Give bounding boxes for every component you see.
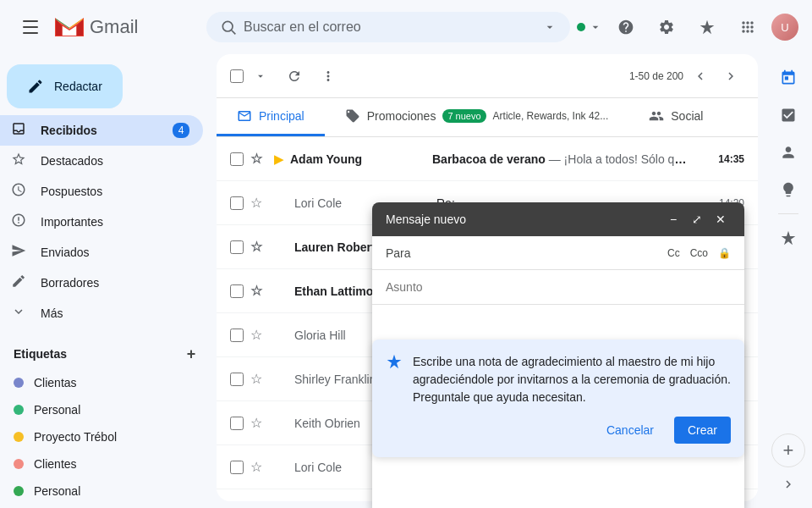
ai-suggestion-text: Escribe una nota de agradecimiento al ma…: [413, 353, 731, 406]
important-icon: [10, 213, 27, 231]
email-checkbox[interactable]: [230, 152, 244, 166]
star-button[interactable]: ☆: [250, 371, 267, 388]
compose-header[interactable]: Mensaje nuevo − ⤢ ✕: [372, 202, 744, 236]
tab-principal-label: Principal: [259, 109, 304, 123]
label-dot-personal1: [14, 405, 24, 415]
tab-promociones-sub: Article, Rewards, Ink 42...: [493, 110, 609, 122]
star-button[interactable]: ☆: [250, 415, 267, 432]
compose-icon: [27, 78, 44, 95]
compose-expand-button[interactable]: ⤢: [687, 209, 707, 229]
ai-suggestion-content: Escribe una nota de agradecimiento al ma…: [386, 353, 731, 406]
star-button[interactable]: ☆: [250, 327, 267, 344]
compose-fields: Para Cc Cco 🔒: [372, 236, 744, 305]
sidebar-item-destacados[interactable]: Destacados: [0, 146, 203, 176]
search-dropdown-icon[interactable]: [543, 20, 557, 34]
star-button[interactable]: ☆: [250, 195, 267, 212]
sidebar-label-destacados: Destacados: [41, 154, 189, 168]
right-icon-calendar[interactable]: [771, 61, 805, 95]
search-icon: [220, 19, 237, 36]
refresh-button[interactable]: [281, 63, 308, 90]
tab-social[interactable]: Social: [628, 98, 723, 136]
pagination-prev-button[interactable]: [687, 63, 714, 90]
compose-to-field: Para Cc Cco 🔒: [372, 236, 744, 270]
sidebar-item-importantes[interactable]: Importantes: [0, 207, 203, 237]
right-sidebar-expand[interactable]: [771, 467, 805, 501]
tab-social-icon: [649, 108, 664, 124]
label-dot-clientas: [14, 378, 24, 388]
compose-to-input[interactable]: [426, 246, 661, 260]
select-all-checkbox[interactable]: [230, 69, 244, 83]
label-proyecto-trebol[interactable]: Proyecto Trébol: [0, 423, 203, 450]
ai-suggestion-panel: Escribe una nota de agradecimiento al ma…: [372, 340, 744, 457]
more-actions-button[interactable]: [315, 63, 342, 90]
compose-close-button[interactable]: ✕: [710, 209, 731, 229]
menu-button[interactable]: [14, 10, 47, 44]
email-subject: Barbacoa de verano: [432, 152, 546, 166]
label-clientas[interactable]: Clientas: [0, 369, 203, 396]
email-tabs: Principal Promociones 7 nuevo Article, R…: [217, 98, 758, 137]
sidebar-item-mas[interactable]: Más: [0, 298, 203, 329]
right-icon-add[interactable]: +: [771, 433, 805, 467]
select-dropdown-button[interactable]: [247, 63, 274, 90]
compose-minimize-button[interactable]: −: [663, 209, 683, 229]
compose-cco-button[interactable]: Cco: [690, 247, 708, 259]
help-button[interactable]: [609, 10, 643, 44]
ai-create-button[interactable]: Crear: [674, 417, 731, 444]
compose-to-label: Para: [386, 246, 420, 260]
compose-cc-cco-buttons: Cc Cco 🔒: [667, 247, 731, 259]
status-dot: [577, 23, 585, 31]
ai-cancel-button[interactable]: Cancelar: [593, 417, 667, 444]
email-checkbox[interactable]: [230, 461, 244, 474]
right-icon-sparkle[interactable]: [771, 221, 805, 255]
star-button[interactable]: ☆: [250, 239, 267, 256]
table-row[interactable]: ☆ ▶ Adam Young Barbacoa de verano — ¡Hol…: [217, 137, 758, 181]
label-proyecto-acme[interactable]: Proyecto Acme: [0, 505, 203, 508]
compose-cc-button[interactable]: Cc: [667, 247, 680, 259]
sidebar-item-enviados[interactable]: Enviados: [0, 237, 203, 268]
tab-social-label: Social: [671, 109, 703, 123]
settings-button[interactable]: [650, 10, 683, 44]
sidebar-item-borradores[interactable]: Borradores: [0, 268, 203, 298]
sparkle-button[interactable]: [690, 10, 724, 44]
gmail-m-icon: [54, 16, 85, 39]
email-checkbox[interactable]: [230, 240, 244, 254]
right-icon-keep[interactable]: [771, 173, 805, 207]
add-label-button[interactable]: +: [179, 342, 203, 366]
avatar[interactable]: U: [771, 14, 798, 41]
compose-subject-input[interactable]: [386, 280, 731, 294]
sidebar-item-pospuestos[interactable]: Pospuestos: [0, 176, 203, 207]
sidebar-item-recibidos[interactable]: Recibidos 4: [0, 115, 203, 146]
important-marker: ▶: [274, 152, 283, 166]
pagination-text: 1-50 de 200: [629, 70, 683, 82]
label-clientes[interactable]: Clientes: [0, 450, 203, 478]
email-toolbar: 1-50 de 200: [217, 54, 758, 98]
label-personal1[interactable]: Personal: [0, 396, 203, 423]
sidebar-label-borradores: Borradores: [41, 276, 189, 290]
email-checkbox[interactable]: [230, 284, 244, 298]
tab-promociones[interactable]: Promociones 7 nuevo Article, Rewards, In…: [325, 98, 629, 136]
label-personal2[interactable]: Personal: [0, 478, 203, 505]
email-checkbox[interactable]: [230, 417, 244, 430]
snooze-icon: [10, 182, 27, 201]
right-icon-contacts[interactable]: [771, 135, 805, 169]
label-dot-clientes: [14, 459, 24, 469]
search-input[interactable]: [244, 19, 536, 35]
star-button[interactable]: ☆: [250, 283, 267, 300]
right-icon-tasks[interactable]: [771, 98, 805, 132]
star-button[interactable]: ☆: [250, 459, 267, 476]
status-dropdown-icon[interactable]: [589, 20, 602, 34]
draft-icon: [10, 273, 27, 292]
svg-point-1: [222, 21, 233, 31]
pagination-next-button[interactable]: [717, 63, 744, 90]
right-sidebar: +: [765, 54, 812, 508]
labels-title: Etiquetas +: [0, 335, 217, 369]
right-divider: [778, 213, 798, 214]
email-checkbox[interactable]: [230, 373, 244, 386]
apps-button[interactable]: [731, 10, 765, 44]
email-checkbox[interactable]: [230, 196, 244, 210]
email-checkbox[interactable]: [230, 329, 244, 342]
star-button[interactable]: ☆: [250, 151, 267, 168]
tab-principal[interactable]: Principal: [217, 98, 325, 136]
compose-button[interactable]: Redactar: [7, 64, 123, 108]
tab-promociones-icon: [345, 108, 360, 124]
